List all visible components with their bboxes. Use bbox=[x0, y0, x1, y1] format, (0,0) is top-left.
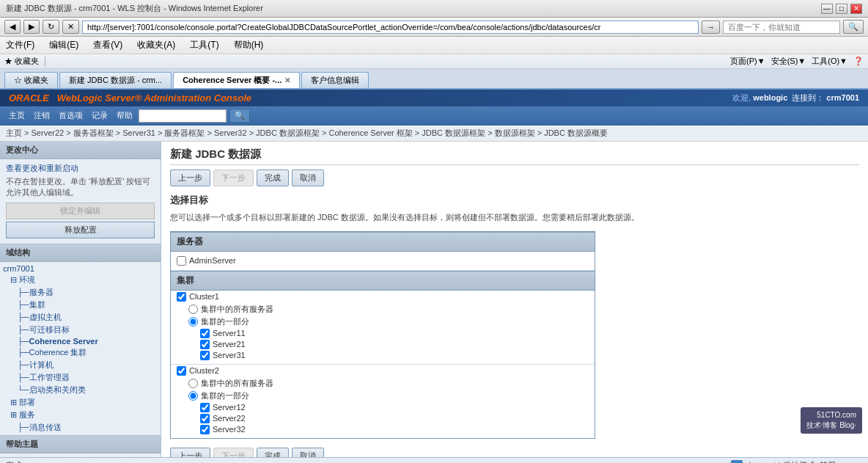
wizard-nav-bottom: 上一步 下一步 完成 取消 bbox=[170, 448, 859, 458]
tree-migratable-targets[interactable]: ├─可迁移目标 bbox=[3, 324, 158, 336]
cluster1-partial-radio-row: 集群的一部分 bbox=[171, 316, 595, 328]
cluster1-partial-radio[interactable] bbox=[188, 317, 198, 327]
server11-checkbox[interactable] bbox=[200, 329, 210, 338]
menu-help[interactable]: 帮助(H) bbox=[232, 38, 265, 52]
weblogic-product: WebLogic Server® Administration Console bbox=[57, 92, 251, 103]
security-button[interactable]: 安全(S)▼ bbox=[771, 56, 806, 67]
server21-checkbox[interactable] bbox=[200, 340, 210, 349]
tree-services[interactable]: ⊞ 服务 bbox=[3, 409, 158, 421]
tab-favorites-label: ☆ 收藏夹 bbox=[14, 75, 48, 86]
tab-coherence[interactable]: Coherence Server 概要 -... ✕ bbox=[173, 72, 300, 88]
admin-server-row: AdminServer bbox=[171, 255, 595, 267]
cluster2-server32-row: Server32 bbox=[171, 424, 595, 435]
refresh-button[interactable]: ↻ bbox=[43, 20, 59, 34]
help-link-0[interactable]: 创建 JDBC 一般数据源 bbox=[3, 456, 158, 457]
cancel-button-bottom[interactable]: 取消 bbox=[292, 448, 324, 458]
browser-title: 新建 JDBC 数据源 - crm7001 - WLS 控制台 - Window… bbox=[6, 3, 263, 14]
tree-coherence-cluster[interactable]: ├─Coherence 集群 bbox=[3, 346, 158, 359]
search-bar[interactable] bbox=[723, 21, 840, 34]
page-button[interactable]: 页面(P)▼ bbox=[730, 56, 765, 67]
tree-machines[interactable]: ├─计算机 bbox=[3, 359, 158, 371]
section-label: 选择目标 bbox=[170, 194, 859, 207]
tab-customer[interactable]: 客户信息编辑 bbox=[301, 72, 369, 88]
nav-preferences[interactable]: 首选项 bbox=[56, 109, 86, 122]
server32-checkbox[interactable] bbox=[200, 425, 210, 434]
clusters-header: 集群 bbox=[171, 271, 595, 291]
address-bar[interactable] bbox=[82, 21, 699, 34]
release-config-button[interactable]: 释放配置 bbox=[6, 222, 155, 238]
cluster2-all-radio-row: 集群中的所有服务器 bbox=[171, 377, 595, 390]
tree-servers[interactable]: ├─服务器 bbox=[3, 286, 158, 299]
cluster1-checkbox[interactable] bbox=[177, 292, 186, 302]
tree-messaging[interactable]: ├─消息传送 bbox=[3, 421, 158, 434]
tree-work-managers[interactable]: ├─工作管理器 bbox=[3, 371, 158, 384]
header-right: 欢迎, weblogic 连接到： crm7001 bbox=[732, 92, 859, 103]
cancel-button-top[interactable]: 取消 bbox=[292, 169, 324, 186]
server32-label: Server32 bbox=[213, 425, 246, 434]
tree-deployments[interactable]: ⊞ 部署 bbox=[3, 396, 158, 409]
nav-home[interactable]: 主页 bbox=[6, 109, 28, 122]
cluster2-server12-row: Server12 bbox=[171, 402, 595, 413]
browser-controls: — □ ✕ bbox=[821, 4, 862, 14]
server31-checkbox[interactable] bbox=[200, 351, 210, 360]
server22-checkbox[interactable] bbox=[200, 414, 210, 423]
tree-root[interactable]: crm7001 bbox=[3, 263, 158, 274]
maximize-button[interactable]: □ bbox=[836, 4, 847, 14]
console-search-input[interactable] bbox=[139, 109, 227, 123]
menu-tools[interactable]: 工具(T) bbox=[188, 38, 220, 52]
nav-help[interactable]: 帮助 bbox=[114, 109, 136, 122]
view-changes-link[interactable]: 查看更改和重新启动 bbox=[3, 162, 158, 175]
console-search-button[interactable]: 🔍 bbox=[229, 109, 250, 123]
close-button[interactable]: ✕ bbox=[850, 4, 862, 14]
console-wrapper: ORACLE WebLogic Server® Administration C… bbox=[0, 90, 868, 457]
cluster2-partial-radio[interactable] bbox=[188, 391, 198, 401]
prev-button-top[interactable]: 上一步 bbox=[170, 169, 210, 186]
forward-button[interactable]: ▶ bbox=[23, 20, 40, 34]
stop-button[interactable]: ✕ bbox=[62, 20, 79, 34]
prev-button-bottom[interactable]: 上一步 bbox=[170, 448, 210, 458]
menu-view[interactable]: 查看(V) bbox=[92, 38, 124, 52]
domain-structure-header: 域结构 bbox=[0, 244, 161, 262]
lock-edit-button[interactable]: 锁定并编辑 bbox=[6, 203, 155, 219]
tab-customer-label: 客户信息编辑 bbox=[311, 75, 359, 86]
clusters-section-row: 集群 Cluster1 集群中的所有服务器 bbox=[171, 271, 595, 439]
cluster1-all-radio[interactable] bbox=[188, 305, 198, 314]
servers-section-row: 服务器 AdminServer bbox=[171, 231, 595, 271]
change-center-desc: 不存在暂挂更改。单击 '释放配置' 按钮可允许其他人编辑域。 bbox=[3, 175, 158, 200]
finish-button-top[interactable]: 完成 bbox=[257, 169, 289, 186]
favorites-separator bbox=[45, 56, 45, 67]
nav-logout[interactable]: 注销 bbox=[31, 109, 53, 122]
cluster2-checkbox[interactable] bbox=[177, 366, 186, 376]
tree-startup-classes[interactable]: └─启动类和关闭类 bbox=[3, 384, 158, 396]
tree-coherence-server[interactable]: ├─Coherence Server bbox=[3, 336, 158, 346]
tab-coherence-close[interactable]: ✕ bbox=[284, 76, 290, 84]
nav-log[interactable]: 记录 bbox=[89, 109, 111, 122]
cluster2-all-radio[interactable] bbox=[188, 379, 198, 388]
search-go-button[interactable]: 🔍 bbox=[843, 20, 864, 34]
tools-button[interactable]: 工具(O)▼ bbox=[812, 56, 847, 67]
cluster1-partial-label: 集群的一部分 bbox=[201, 316, 249, 327]
minimize-button[interactable]: — bbox=[821, 4, 833, 14]
tab-jdbc-label: 新建 JDBC 数据源 - crm... bbox=[69, 75, 162, 86]
cluster1-all-radio-row: 集群中的所有服务器 bbox=[171, 303, 595, 316]
sidebar: 更改中心 查看更改和重新启动 不存在暂挂更改。单击 '释放配置' 按钮可允许其他… bbox=[0, 142, 161, 457]
tree-environment[interactable]: ⊟ 环境 bbox=[3, 274, 158, 286]
tab-jdbc[interactable]: 新建 JDBC 数据源 - crm... bbox=[59, 72, 172, 88]
menu-favorites[interactable]: 收藏夹(A) bbox=[136, 38, 177, 52]
menu-file[interactable]: 文件(F) bbox=[4, 38, 36, 52]
tab-favorites[interactable]: ☆ 收藏夹 bbox=[4, 72, 58, 88]
server31-label: Server31 bbox=[213, 351, 246, 360]
next-button-bottom[interactable]: 下一步 bbox=[213, 448, 254, 458]
status-left: 完成 bbox=[6, 460, 22, 463]
server12-checkbox[interactable] bbox=[200, 403, 210, 412]
next-button-top[interactable]: 下一步 bbox=[213, 169, 254, 186]
menu-edit[interactable]: 编辑(E) bbox=[48, 38, 80, 52]
favorites-button[interactable]: ★ 收藏夹 bbox=[4, 56, 39, 67]
go-button[interactable]: → bbox=[702, 21, 720, 34]
finish-button-bottom[interactable]: 完成 bbox=[257, 448, 289, 458]
tree-clusters[interactable]: ├─集群 bbox=[3, 299, 158, 311]
admin-server-checkbox[interactable] bbox=[177, 256, 186, 266]
tree-virtual-hosts[interactable]: ├─虚拟主机 bbox=[3, 311, 158, 324]
back-button[interactable]: ◀ bbox=[4, 20, 21, 34]
help-button[interactable]: ❓ bbox=[853, 56, 864, 66]
